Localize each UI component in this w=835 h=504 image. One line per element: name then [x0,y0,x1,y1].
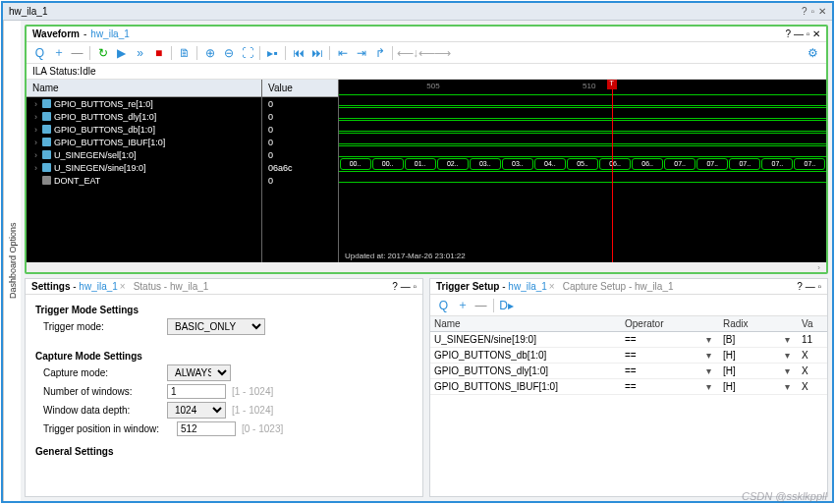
fastforward-icon[interactable]: » [133,45,147,60]
settings-tab-close-icon[interactable]: × [120,281,126,292]
close-icon[interactable]: ✕ [818,6,826,17]
settings-panel: Settings - hw_ila_1× Status - hw_ila_1 ?… [25,278,423,497]
rising-icon[interactable]: ↱ [372,45,387,60]
trig-col-radix[interactable]: Radix [719,316,798,332]
signal-row[interactable]: ›GPIO_BUTTONS_db[1:0] [27,123,261,136]
name-header[interactable]: Name [27,80,261,97]
trig-pos-input[interactable] [177,421,236,436]
waveform-header: Waveform - hw_ila_1 ? — ▫ ✕ [27,27,826,42]
main-area: Dashboard Options Waveform - hw_ila_1 ? … [3,21,832,501]
waveform-subtitle[interactable]: hw_ila_1 [90,28,129,39]
title-bar[interactable]: hw_ila_1 ? ▫ ✕ [3,3,832,21]
remove-icon[interactable]: — [70,45,84,60]
trigger-row[interactable]: U_SINEGEN/sine[19:0]==▾[B]▾11 [430,332,827,348]
nav2-icon[interactable]: ↓⟵ [417,45,431,60]
nav1-icon[interactable]: ⟵ [398,45,413,60]
last-icon[interactable]: ⏭ [309,45,324,60]
signal-value: 0 [262,110,338,123]
capture-mode-select[interactable]: ALWAYS [167,364,231,381]
depth-label: Window data depth: [43,405,161,416]
num-windows-input[interactable] [167,384,226,399]
trig-pos-label: Trigger position in window: [43,423,171,434]
settings-tab[interactable]: Settings [31,281,70,292]
name-column: Name ›GPIO_BUTTONS_re[1:0]›GPIO_BUTTONS_… [27,80,262,262]
signal-value: 0 [262,97,338,110]
prev-edge-icon[interactable]: ⇤ [335,45,350,60]
trig-col-value[interactable]: Va [798,316,827,332]
fit-icon[interactable]: ⛶ [240,45,254,60]
signal-row[interactable]: ›GPIO_BUTTONS_IBUF[1:0] [27,136,261,148]
content: Waveform - hw_ila_1 ? — ▫ ✕ Q ＋ — [21,21,832,501]
signal-row[interactable]: DONT_EAT [27,174,261,187]
dashboard-options-tab[interactable]: Dashboard Options [3,21,21,501]
panel-help-icon[interactable]: ? [786,28,792,39]
search-icon[interactable]: Q [32,45,47,60]
main-window: hw_ila_1 ? ▫ ✕ Dashboard Options Wavefor… [1,1,834,503]
watermark: CSDN @ssklkppll [742,490,827,502]
gear-icon[interactable]: ⚙ [806,45,820,60]
signal-value: 0 [262,136,338,148]
restore-icon[interactable]: ▫ [810,6,814,17]
signal-row[interactable]: ›GPIO_BUTTONS_dly[1:0] [27,110,261,123]
nav3-icon[interactable]: ⟶ [435,45,450,60]
trigger-min-icon[interactable]: — [806,281,815,292]
waveform-footer: Updated at: 2017-Mar-26 23:01:22 [345,252,466,260]
stop-icon[interactable]: ■ [151,45,166,60]
panel-close-icon[interactable]: ✕ [812,28,820,39]
trigger-mode-label: Trigger mode: [43,321,161,332]
trig-remove-icon[interactable]: — [473,298,488,312]
trigger-row[interactable]: GPIO_BUTTONS_IBUF[1:0]==▾[H]▾X [430,379,827,395]
settings-min-icon[interactable]: — [401,281,411,292]
depth-select[interactable]: 1024 [167,402,226,419]
zoomout-icon[interactable]: ⊖ [221,45,236,60]
trigger-tab[interactable]: Trigger Setup [436,281,499,292]
marker-icon[interactable]: ▸▪ [265,45,280,60]
trigger-panel: Trigger Setup - hw_ila_1× Capture Setup … [429,278,828,497]
trigger-help-icon[interactable]: ? [797,281,803,292]
waveform-canvas[interactable]: 505510 T 00..00..01..02..03..03..04..05.… [339,80,826,262]
trigger-marker[interactable]: T [607,80,617,89]
next-edge-icon[interactable]: ⇥ [354,45,368,60]
signal-value: 0 [262,174,338,187]
trigger-tab-link[interactable]: hw_ila_1 [508,281,546,292]
capture-mode-heading: Capture Mode Settings [35,351,413,362]
settings-tab-link[interactable]: hw_ila_1 [79,281,117,292]
trig-search-icon[interactable]: Q [436,298,451,312]
window-title: hw_ila_1 [9,6,47,17]
value-header[interactable]: Value [262,80,338,97]
first-icon[interactable]: ⏮ [291,45,306,60]
settings-max-icon[interactable]: ▫ [413,281,417,292]
waveform-panel: Waveform - hw_ila_1 ? — ▫ ✕ Q ＋ — [25,25,828,274]
trig-gate-icon[interactable]: D▸ [499,298,514,312]
refresh-icon[interactable]: ↻ [95,45,110,60]
capture-mode-label: Capture mode: [43,367,161,378]
signal-row[interactable]: ›U_SINEGEN/sine[19:0] [27,161,261,174]
num-windows-label: Number of windows: [43,386,161,397]
trigger-row[interactable]: GPIO_BUTTONS_dly[1:0]==▾[H]▾X [430,364,827,379]
signal-value: 06a6c [262,161,338,174]
general-heading: General Settings [35,446,413,457]
run-icon[interactable]: ▶ [114,45,129,60]
capture-tab[interactable]: Capture Setup - hw_ila_1 [563,281,674,292]
settings-help-icon[interactable]: ? [392,281,398,292]
trig-col-operator[interactable]: Operator [621,316,719,332]
help-icon[interactable]: ? [802,6,807,17]
trigger-mode-select[interactable]: BASIC_ONLY [167,318,265,335]
value-column: Value 0000006a6c0 [262,80,339,262]
zoomin-icon[interactable]: ⊕ [202,45,217,60]
panel-max-icon[interactable]: ▫ [807,28,810,39]
signal-value: 0 [262,123,338,136]
panel-minimize-icon[interactable]: — [794,28,804,39]
trigger-row[interactable]: GPIO_BUTTONS_db[1:0]==▾[H]▾X [430,348,827,364]
trig-add-icon[interactable]: ＋ [455,298,470,312]
waveform-toolbar: Q ＋ — ↻ ▶ » ■ 🗎 ⊕ ⊖ ⛶ ▸▪ [27,42,826,64]
add-icon[interactable]: ＋ [51,45,66,60]
doc-icon[interactable]: 🗎 [177,45,192,60]
trigger-max-icon[interactable]: ▫ [817,281,821,292]
status-tab[interactable]: Status - hw_ila_1 [134,281,209,292]
trigger-tab-close-icon[interactable]: × [549,281,555,292]
signal-row[interactable]: ›GPIO_BUTTONS_re[1:0] [27,97,261,110]
signal-row[interactable]: ›U_SINEGEN/sel[1:0] [27,148,261,161]
trig-col-name[interactable]: Name [430,316,621,332]
waveform-scrollbar[interactable]: › [27,262,826,272]
